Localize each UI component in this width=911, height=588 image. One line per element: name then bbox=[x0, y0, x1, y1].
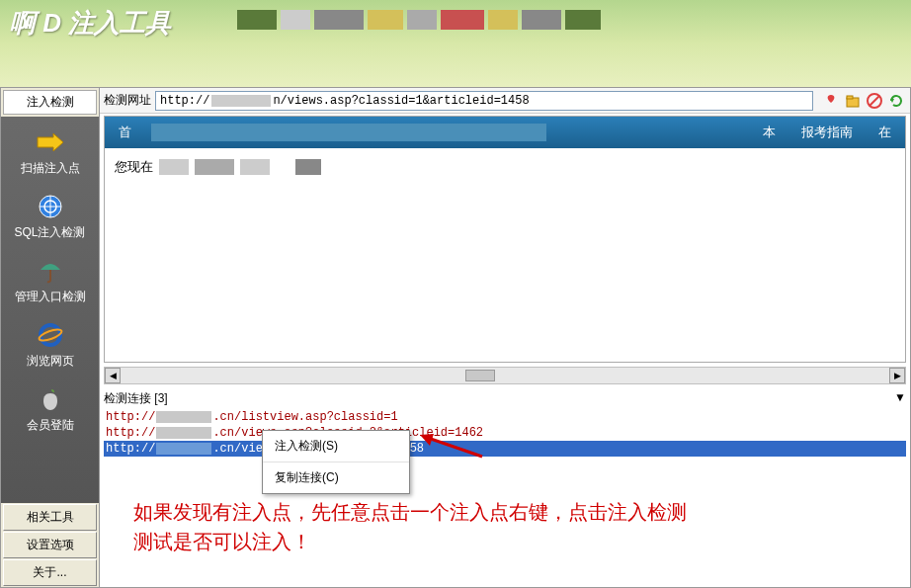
url-toolbar: 检测网址 http:// n/views.asp?classid=1&artic… bbox=[100, 88, 910, 114]
page-text: 您现在 bbox=[115, 158, 153, 176]
sidebar-btn-settings[interactable]: 设置选项 bbox=[3, 532, 97, 558]
stop-icon[interactable] bbox=[865, 91, 884, 111]
scroll-thumb[interactable] bbox=[465, 370, 495, 381]
umbrella-icon bbox=[35, 257, 66, 285]
dropdown-icon[interactable]: ▼ bbox=[894, 390, 906, 407]
link-row[interactable]: http://.cn/views.asp?classid=2&articleid… bbox=[104, 425, 906, 441]
svg-marker-0 bbox=[38, 133, 63, 151]
link-row-selected[interactable]: http://.cn/views.a58 bbox=[104, 441, 906, 457]
svg-rect-9 bbox=[847, 96, 853, 99]
url-blur bbox=[211, 95, 271, 107]
ctx-copy-link[interactable]: 复制连接(C) bbox=[263, 462, 409, 493]
svg-line-13 bbox=[428, 438, 482, 457]
url-label: 检测网址 bbox=[104, 92, 151, 109]
sidebar: 注入检测 扫描注入点 SQL注入检测 bbox=[1, 88, 100, 587]
header-blur bbox=[237, 10, 601, 30]
arrow-right-icon bbox=[35, 128, 66, 156]
sidebar-item-admin[interactable]: 管理入口检测 bbox=[1, 251, 99, 315]
scroll-right-arrow[interactable]: ▶ bbox=[889, 368, 905, 383]
link-row[interactable]: http://.cn/listview.asp?classid=1 bbox=[104, 409, 906, 425]
sidebar-item-scan[interactable]: 扫描注入点 bbox=[1, 123, 99, 187]
sidebar-item-label: 浏览网页 bbox=[1, 353, 99, 370]
nav-item[interactable]: 本 bbox=[757, 124, 782, 141]
ctx-inject-test[interactable]: 注入检测(S) bbox=[263, 431, 409, 462]
apple-icon bbox=[35, 385, 66, 413]
url-input[interactable]: http:// n/views.asp?classid=1&articleid=… bbox=[155, 91, 813, 111]
links-list[interactable]: http://.cn/listview.asp?classid=1 http:/… bbox=[104, 409, 906, 457]
sidebar-item-label: SQL注入检测 bbox=[1, 224, 99, 241]
sidebar-item-label: 扫描注入点 bbox=[1, 160, 99, 177]
nav-item[interactable]: 首 bbox=[113, 124, 137, 141]
nav-item[interactable]: 在 bbox=[872, 124, 897, 141]
links-header-label: 检测连接 [3] bbox=[104, 390, 168, 407]
ie-icon bbox=[35, 321, 66, 349]
app-header: 啊 D 注入工具 bbox=[0, 0, 911, 87]
refresh-icon[interactable] bbox=[886, 91, 906, 111]
detected-links: 检测连接 [3] ▼ http://.cn/listview.asp?class… bbox=[104, 388, 906, 587]
horizontal-scrollbar[interactable]: ◀ ▶ bbox=[104, 367, 906, 384]
svg-line-11 bbox=[870, 96, 879, 106]
context-menu: 注入检测(S) 复制连接(C) bbox=[262, 430, 410, 494]
favorite-icon[interactable] bbox=[821, 91, 841, 111]
site-nav: 首 本 报考指南 在 bbox=[105, 117, 905, 148]
sidebar-item-label: 管理入口检测 bbox=[1, 289, 99, 305]
svg-marker-14 bbox=[420, 434, 434, 446]
nav-item[interactable]: 报考指南 bbox=[795, 124, 859, 141]
sidebar-item-sql[interactable]: SQL注入检测 bbox=[1, 187, 99, 251]
annotation-arrow bbox=[418, 432, 487, 462]
browser-frame: 首 本 报考指南 在 您现在 bbox=[104, 116, 906, 363]
page-body: 您现在 bbox=[105, 148, 905, 186]
annotation-text: 如果发现有注入点，先任意点击一个注入点右键，点击注入检测 测试是否可以注入！ bbox=[133, 497, 825, 556]
sidebar-item-login[interactable]: 会员登陆 bbox=[1, 379, 99, 444]
main-area: 检测网址 http:// n/views.asp?classid=1&artic… bbox=[100, 88, 910, 587]
sidebar-btn-about[interactable]: 关于... bbox=[3, 559, 97, 586]
open-icon[interactable] bbox=[843, 91, 863, 111]
scroll-left-arrow[interactable]: ◀ bbox=[105, 368, 121, 383]
sidebar-item-browse[interactable]: 浏览网页 bbox=[1, 315, 99, 379]
target-icon bbox=[35, 193, 66, 220]
sidebar-btn-tools[interactable]: 相关工具 bbox=[3, 504, 97, 531]
sidebar-item-label: 会员登陆 bbox=[1, 417, 99, 434]
sidebar-tab-injection[interactable]: 注入检测 bbox=[3, 90, 97, 115]
